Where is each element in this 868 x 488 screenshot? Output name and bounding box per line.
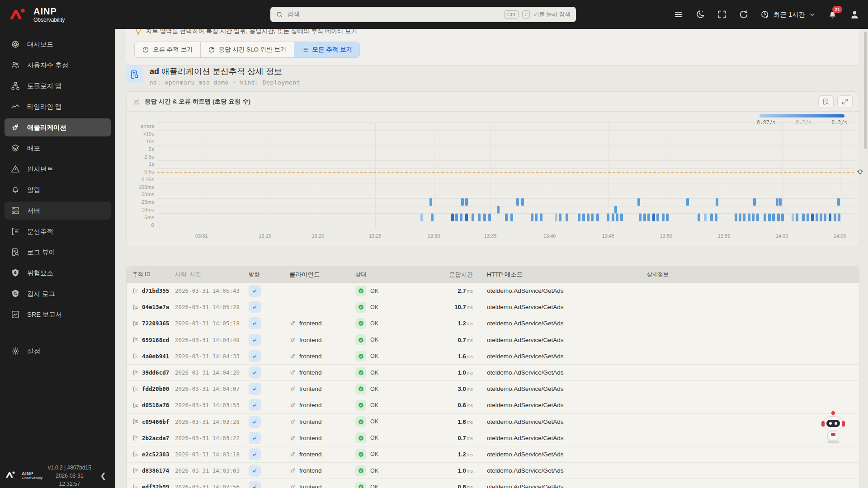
- heatmap-cell[interactable]: [587, 213, 590, 221]
- heatmap-cell[interactable]: [531, 213, 533, 221]
- heatmap-cell[interactable]: [497, 206, 500, 214]
- sidebar-item-6[interactable]: 인시던트: [5, 160, 111, 178]
- heatmap-cell[interactable]: [748, 213, 750, 221]
- heatmap-cell[interactable]: [616, 213, 618, 221]
- heatmap-cell[interactable]: [505, 213, 508, 221]
- heatmap-cell[interactable]: [807, 213, 809, 221]
- column-header-1[interactable]: 시작 시간: [175, 271, 249, 278]
- table-row[interactable]: c09466bf 2026-03-31 14:03:28 frontend OK…: [127, 414, 859, 430]
- trace-view-button-1[interactable]: 응답 시간 SLO 위반 보기: [201, 42, 294, 57]
- search-input[interactable]: 검색 Ctrl / 키를 눌러 검색: [270, 7, 576, 22]
- sidebar-item-0[interactable]: 대시보드: [5, 35, 111, 53]
- heatmap-cell[interactable]: [698, 213, 700, 221]
- assistant-robot-mascot[interactable]: [820, 410, 846, 444]
- refresh-icon[interactable]: [739, 9, 749, 19]
- heatmap-cell[interactable]: [578, 213, 580, 221]
- heatmap-cell[interactable]: [451, 213, 454, 221]
- menu-icon[interactable]: [674, 9, 684, 19]
- heatmap-cell[interactable]: [777, 213, 780, 221]
- heatmap-cell[interactable]: [824, 213, 826, 221]
- heatmap-cell[interactable]: [566, 213, 568, 221]
- column-header-6[interactable]: HTTP 메소드: [473, 271, 586, 279]
- heatmap-cell[interactable]: [652, 213, 655, 221]
- heatmap-cell[interactable]: [639, 213, 642, 221]
- heatmap-cell[interactable]: [455, 213, 458, 221]
- heatmap-cell[interactable]: [465, 198, 468, 206]
- heatmap-cell[interactable]: [816, 213, 818, 221]
- table-row[interactable]: 39dd6cd7 2026-03-31 14:04:20 frontend OK…: [127, 365, 859, 381]
- expand-chart-button[interactable]: [837, 95, 853, 108]
- sidebar-item-2[interactable]: 토폴로지 맵: [5, 77, 111, 95]
- heatmap-cell[interactable]: [829, 213, 831, 221]
- heatmap-cell[interactable]: [753, 198, 756, 206]
- heatmap-cell[interactable]: [796, 213, 798, 221]
- heatmap-cell[interactable]: [662, 213, 665, 221]
- user-profile-button[interactable]: [849, 9, 860, 20]
- heatmap-cell[interactable]: [637, 198, 640, 206]
- crosshair-icon[interactable]: [856, 168, 864, 178]
- column-header-7[interactable]: 상세정보: [586, 271, 859, 278]
- notifications-button[interactable]: 21: [827, 9, 838, 20]
- heatmap-cell[interactable]: [510, 213, 513, 221]
- heatmap-cell[interactable]: [540, 213, 542, 221]
- heatmap-cell[interactable]: [837, 198, 840, 206]
- table-row[interactable]: e2c52383 2026-03-31 14:03:18 frontend OK…: [127, 446, 859, 463]
- heatmap-cell[interactable]: [666, 213, 669, 221]
- column-header-4[interactable]: 상태: [355, 271, 439, 278]
- heatmap-cell[interactable]: [614, 206, 617, 214]
- heatmap-cell[interactable]: [488, 213, 491, 221]
- heatmap-cell[interactable]: [820, 213, 822, 221]
- column-header-5[interactable]: 응답시간: [439, 271, 473, 279]
- heatmap-cell[interactable]: [516, 198, 519, 206]
- table-row[interactable]: 659168cd 2026-03-31 14:04:48 frontend OK…: [127, 332, 859, 348]
- heatmap-cell[interactable]: [768, 213, 771, 221]
- table-row[interactable]: 2b2acda7 2026-03-31 14:03:22 frontend OK…: [127, 430, 859, 446]
- heatmap-cell[interactable]: [607, 213, 609, 221]
- heatmap-cell[interactable]: [472, 213, 474, 221]
- heatmap-cell[interactable]: [591, 213, 594, 221]
- heatmap-cell[interactable]: [704, 213, 707, 221]
- column-header-2[interactable]: 방향: [249, 271, 289, 278]
- heatmap-cell[interactable]: [792, 213, 794, 221]
- sidebar-item-8[interactable]: 서버: [5, 202, 111, 220]
- heatmap-cell[interactable]: [647, 213, 650, 221]
- sidebar-item-settings[interactable]: 설정: [5, 342, 111, 360]
- sidebar-collapse-button[interactable]: ❮: [97, 469, 110, 482]
- sidebar-item-5[interactable]: 배포: [5, 139, 111, 157]
- heatmap-cell[interactable]: [743, 213, 745, 221]
- heatmap-cell[interactable]: [612, 213, 614, 221]
- sidebar-item-10[interactable]: 로그 뷰어: [5, 243, 111, 261]
- heatmap-cell[interactable]: [596, 213, 599, 221]
- heatmap-cell[interactable]: [582, 213, 585, 221]
- heatmap-cell[interactable]: [429, 198, 432, 206]
- heatmap-cell[interactable]: [559, 213, 561, 221]
- heatmap-cell[interactable]: [715, 213, 717, 221]
- heatmap-cell[interactable]: [772, 213, 775, 221]
- trace-view-button-0[interactable]: 오류 추적 보기: [135, 42, 201, 57]
- heatmap-cell[interactable]: [756, 213, 759, 221]
- sidebar-item-13[interactable]: SRE 보고서: [5, 305, 111, 324]
- heatmap-cell[interactable]: [656, 213, 659, 221]
- table-row[interactable]: d8386174 2026-03-31 14:03:03 frontend OK…: [127, 463, 859, 479]
- heatmap-cell[interactable]: [620, 213, 623, 221]
- heatmap-cell[interactable]: [838, 213, 840, 221]
- heatmap-cell[interactable]: [431, 213, 434, 221]
- heatmap-cell[interactable]: [776, 198, 778, 206]
- heatmap-plot[interactable]: errors>10s10s5s2.5s1s0.5s0.25s100ms50ms2…: [157, 122, 854, 229]
- table-row[interactable]: 72209365 2026-03-31 14:05:18 frontend OK…: [127, 315, 859, 332]
- heatmap-cell[interactable]: [739, 213, 741, 221]
- fullscreen-icon[interactable]: [717, 9, 727, 19]
- heatmap-cell[interactable]: [779, 198, 782, 206]
- table-row[interactable]: d0518a78 2026-03-31 14:03:53 frontend OK…: [127, 397, 859, 413]
- sidebar-item-4[interactable]: 애플리케이션: [5, 118, 111, 136]
- sidebar-item-9[interactable]: 분산추적: [5, 222, 111, 240]
- heatmap-cell[interactable]: [764, 213, 766, 221]
- heatmap-cell[interactable]: [461, 198, 464, 206]
- column-header-0[interactable]: 추적 ID: [127, 271, 175, 278]
- heatmap-cell[interactable]: [735, 213, 737, 221]
- sidebar-item-7[interactable]: 알림: [5, 181, 111, 199]
- table-row[interactable]: fdd20b00 2026-03-31 14:04:07 frontend OK…: [127, 381, 859, 397]
- table-row[interactable]: 4a0eb941 2026-03-31 14:04:33 frontend OK…: [127, 348, 859, 365]
- heatmap-cell[interactable]: [834, 213, 836, 221]
- time-range-selector[interactable]: 최근 1시간: [760, 10, 816, 19]
